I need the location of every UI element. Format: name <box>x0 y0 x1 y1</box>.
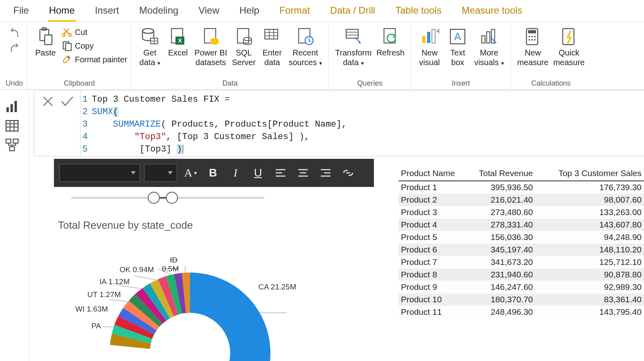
format-painter-button[interactable]: Format painter <box>62 53 127 66</box>
quick-measure-button[interactable]: Quick measure <box>551 26 587 68</box>
table-row[interactable]: Product 10180,370.7083,361.40 <box>398 293 644 306</box>
pie-label: IA 1.12M <box>99 277 130 286</box>
get-data-button[interactable]: Get data ▾ <box>136 26 164 68</box>
svg-rect-36 <box>487 32 490 43</box>
data-group-label: Data <box>222 78 237 89</box>
align-center-button[interactable] <box>294 164 312 182</box>
table-row[interactable]: Product 7341,673.20125,712.10 <box>398 256 644 269</box>
tab-modeling[interactable]: Modeling <box>138 2 180 22</box>
range-slicer[interactable] <box>71 192 264 204</box>
data-view-icon[interactable] <box>5 119 19 133</box>
italic-button[interactable]: I <box>226 164 245 182</box>
svg-line-70 <box>134 276 156 280</box>
table-row[interactable]: Product 8231,940.6090,878.80 <box>398 269 644 281</box>
svg-rect-18 <box>265 29 278 39</box>
tab-data-drill[interactable]: Data / Drill <box>329 2 376 22</box>
svg-text:+: + <box>436 27 439 36</box>
refresh-button[interactable]: Refresh <box>374 26 407 58</box>
svg-rect-31 <box>432 29 435 43</box>
font-size-select[interactable] <box>144 164 177 182</box>
enter-data-button[interactable]: Enter data <box>258 26 286 68</box>
table-row[interactable]: Product 4278,331.40143,607.80 <box>398 219 644 231</box>
svg-rect-57 <box>10 147 14 151</box>
new-visual-button[interactable]: + New visual <box>415 26 444 68</box>
svg-rect-35 <box>482 36 485 43</box>
tab-measure-tools[interactable]: Measure tools <box>460 2 524 22</box>
undo-button[interactable] <box>8 28 21 40</box>
table-row[interactable]: Product 2216,021.4098,007.60 <box>398 194 644 206</box>
recent-sources-button[interactable]: Recent sources ▾ <box>286 26 324 68</box>
table-row[interactable]: Product 3273,480.60133,263.00 <box>398 206 644 219</box>
donut-chart[interactable]: CA 21.25M ID 0.5M OK 0.94M IA 1.12M UT 1… <box>73 252 291 361</box>
tab-home[interactable]: Home <box>48 2 76 22</box>
workspace: Inc 1Top 3 Customer Sales FIX =2SUMX(3 S… <box>0 90 644 361</box>
pie-label: 0.5M <box>162 265 179 273</box>
excel-button[interactable]: X Excel <box>164 26 192 58</box>
svg-rect-25 <box>346 29 358 38</box>
tab-file[interactable]: File <box>12 2 30 22</box>
bold-button[interactable]: B <box>204 164 222 182</box>
clipboard-group-label: Clipboard <box>64 78 95 89</box>
svg-line-72 <box>109 299 128 302</box>
svg-point-43 <box>528 39 530 41</box>
text-box-button[interactable]: A Text box <box>444 26 472 68</box>
svg-point-4 <box>69 34 72 37</box>
svg-point-17 <box>244 37 252 41</box>
svg-rect-39 <box>528 30 536 33</box>
chart-title: Total Revenue by state_code <box>58 219 193 232</box>
report-canvas: Inc 1Top 3 Customer Sales FIX =2SUMX(3 S… <box>29 90 644 361</box>
table-row[interactable]: Product 1395,936.50176,739.30 <box>398 181 644 194</box>
svg-rect-28 <box>384 29 395 43</box>
table-row[interactable]: Product 6345,197.40148,110.20 <box>398 244 644 256</box>
table-row[interactable]: Product 11248,496.30143,795.40 <box>398 306 644 318</box>
pie-label: ID <box>170 256 178 265</box>
formula-cancel-button[interactable] <box>41 94 55 109</box>
report-view-icon[interactable] <box>5 99 19 114</box>
tab-table-tools[interactable]: Table tools <box>394 2 443 22</box>
svg-rect-49 <box>14 101 17 112</box>
table-row[interactable]: Product 5156,036.3094,248.90 <box>398 231 644 244</box>
formula-commit-button[interactable] <box>60 94 74 109</box>
product-table[interactable]: Product Name Total Revenue Top 3 Custome… <box>398 166 644 318</box>
svg-text:X: X <box>178 37 182 44</box>
svg-rect-55 <box>6 139 11 143</box>
table-header: Product Name Total Revenue Top 3 Custome… <box>398 166 644 181</box>
pie-label: PA <box>91 322 101 330</box>
svg-rect-30 <box>427 32 430 43</box>
font-family-select[interactable] <box>60 164 140 182</box>
redo-button[interactable] <box>8 43 21 55</box>
ribbon-tabs: FileHomeInsertModelingViewHelpFormatData… <box>0 0 644 22</box>
more-visuals-button[interactable]: More visuals ▾ <box>472 26 506 68</box>
align-left-button[interactable] <box>271 164 290 182</box>
formula-editor[interactable]: 1Top 3 Customer Sales FIX =2SUMX(3 SUMMA… <box>80 90 644 156</box>
table-row[interactable]: Product 9146,247.6092,989.30 <box>398 281 644 293</box>
hyperlink-button[interactable] <box>339 164 357 182</box>
svg-point-7 <box>142 29 154 33</box>
text-format-toolbar: A▾ B I U <box>54 159 374 187</box>
font-color-button[interactable]: A▾ <box>181 164 200 182</box>
ribbon: Undo Paste Cut Copy Format painter <box>0 22 644 90</box>
model-view-icon[interactable] <box>5 138 19 152</box>
svg-rect-47 <box>6 107 9 112</box>
new-measure-button[interactable]: New measure <box>515 26 551 68</box>
pie-label: UT 1.27M <box>87 290 121 299</box>
underline-button[interactable]: U <box>249 164 267 182</box>
cut-button[interactable]: Cut <box>62 26 127 38</box>
copy-button[interactable]: Copy <box>62 40 127 52</box>
svg-text:A: A <box>454 31 462 43</box>
transform-data-button[interactable]: Transform data ▾ <box>333 26 374 68</box>
tab-help[interactable]: Help <box>238 2 260 22</box>
svg-rect-48 <box>10 104 13 112</box>
paste-button[interactable]: Paste <box>31 26 60 58</box>
tab-insert[interactable]: Insert <box>94 2 120 22</box>
formula-bar: 1Top 3 Customer Sales FIX =2SUMX(3 SUMMA… <box>34 90 644 156</box>
sql-server-button[interactable]: SQL Server <box>229 26 258 68</box>
view-switcher <box>0 90 29 361</box>
tab-format[interactable]: Format <box>278 2 311 22</box>
align-right-button[interactable] <box>316 164 335 182</box>
svg-point-40 <box>528 36 530 37</box>
svg-rect-29 <box>422 36 425 43</box>
powerbi-datasets-button[interactable]: Power BI datasets <box>192 26 229 68</box>
tab-view[interactable]: View <box>197 2 221 22</box>
svg-point-44 <box>531 39 533 41</box>
